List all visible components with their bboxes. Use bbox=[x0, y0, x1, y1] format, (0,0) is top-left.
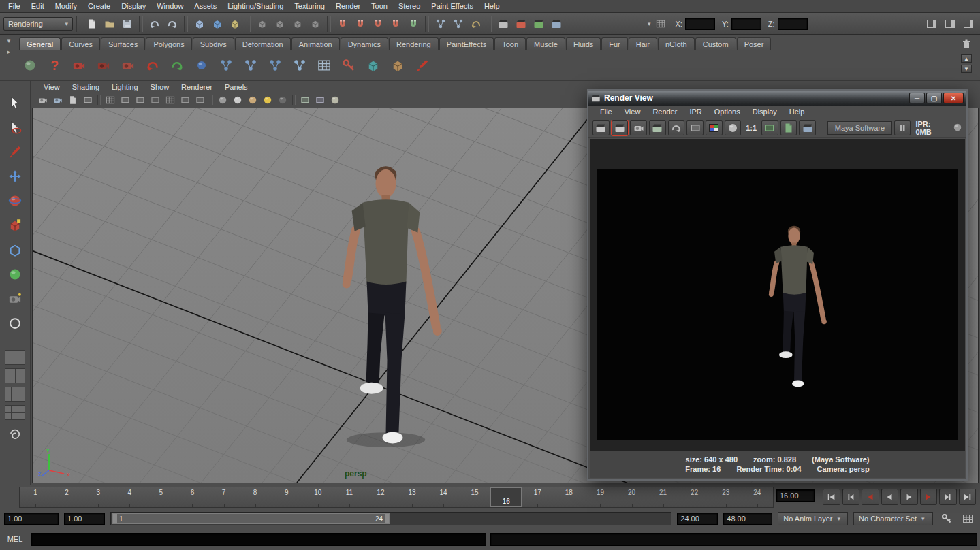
menu-set-selector[interactable]: Rendering ▾ bbox=[3, 17, 73, 31]
command-line-input[interactable] bbox=[31, 533, 486, 546]
panel-menu-item[interactable]: Renderer bbox=[175, 82, 219, 92]
minimize-button[interactable]: ─ bbox=[909, 93, 925, 103]
shelf-scroll-up-icon[interactable]: ▲ bbox=[961, 54, 972, 63]
soft-mod-tool-icon[interactable] bbox=[3, 263, 27, 285]
status-divider[interactable] bbox=[139, 16, 143, 32]
range-end-handle[interactable] bbox=[385, 514, 389, 523]
layout-single-pane-icon[interactable] bbox=[5, 350, 25, 365]
toggle-tool-settings-icon[interactable] bbox=[942, 16, 958, 32]
status-divider[interactable] bbox=[184, 16, 188, 32]
menu-item[interactable]: Help bbox=[479, 1, 505, 12]
safe-action-icon[interactable] bbox=[178, 94, 192, 106]
open-render-settings-icon[interactable] bbox=[799, 120, 816, 135]
shelf-batch-render-icon[interactable] bbox=[68, 54, 90, 76]
shelf-tab[interactable]: Curves bbox=[61, 37, 100, 50]
pause-ipr-icon[interactable] bbox=[894, 120, 911, 135]
save-scene-icon[interactable] bbox=[119, 16, 136, 32]
shelf-set-driven-key-icon[interactable] bbox=[338, 54, 360, 76]
shelf-tab[interactable]: Dynamics bbox=[341, 37, 388, 50]
shelf-tab[interactable]: Surfaces bbox=[101, 37, 145, 50]
select-tool-icon[interactable] bbox=[3, 92, 27, 113]
menu-item[interactable]: Render bbox=[330, 1, 366, 12]
real-size-ratio-label[interactable]: 1:1 bbox=[743, 124, 759, 132]
shelf-tab[interactable]: Muscle bbox=[526, 37, 565, 50]
shelf-show-batch-render-icon[interactable] bbox=[117, 54, 139, 76]
snap-to-curve-icon[interactable] bbox=[352, 16, 368, 32]
shelf-graph-node-icon[interactable] bbox=[289, 54, 311, 76]
panel-menu-item[interactable]: Panels bbox=[219, 82, 254, 92]
renderer-dropdown[interactable]: Maya Software bbox=[827, 121, 892, 135]
refresh-ipr-icon[interactable] bbox=[668, 120, 685, 135]
shelf-render-globe-icon[interactable] bbox=[19, 54, 41, 76]
timeline-ruler[interactable]: 123456789101112131415161718192021222324 … bbox=[19, 487, 774, 508]
rendered-image[interactable] bbox=[597, 169, 958, 440]
timeline-current-frame-marker[interactable]: 16 bbox=[490, 487, 522, 507]
redo-previous-render-icon[interactable] bbox=[612, 120, 629, 135]
panel-menu-item[interactable]: Show bbox=[144, 82, 176, 92]
make-live-icon[interactable] bbox=[405, 16, 422, 32]
command-results-field[interactable] bbox=[490, 533, 977, 546]
field-chart-icon[interactable] bbox=[163, 94, 177, 106]
toggle-channel-box-icon[interactable] bbox=[960, 16, 977, 32]
shelf-scroll-down-icon[interactable]: ▼ bbox=[961, 65, 972, 73]
x-coord-input[interactable] bbox=[685, 18, 715, 30]
select-lines-mask-icon[interactable] bbox=[272, 16, 288, 32]
playback-range-bar[interactable]: 1 24 bbox=[112, 513, 390, 524]
layout-persp-outliner-icon[interactable] bbox=[5, 405, 25, 420]
render-view-menu-item[interactable]: File bbox=[594, 107, 618, 116]
select-object-icon[interactable] bbox=[209, 16, 225, 32]
playback-range-slider[interactable]: 1 24 bbox=[110, 512, 671, 525]
select-component-icon[interactable] bbox=[227, 16, 243, 32]
shelf-tab[interactable]: Poser bbox=[737, 37, 772, 50]
shelf-tab[interactable]: Deformation bbox=[235, 37, 291, 50]
shelf-redo-previous-render-icon[interactable] bbox=[142, 54, 163, 76]
render-current-frame-icon[interactable] bbox=[513, 16, 529, 32]
menu-item[interactable]: Window bbox=[151, 1, 189, 12]
select-hulls-mask-icon[interactable] bbox=[307, 16, 323, 32]
shelf-connect-node-icon[interactable] bbox=[264, 54, 286, 76]
select-points-mask-icon[interactable] bbox=[254, 16, 270, 32]
anim-layer-dropdown[interactable]: No Anim Layer ▾ bbox=[778, 512, 848, 525]
render-settings-icon[interactable] bbox=[548, 16, 565, 32]
panel-menu-item[interactable]: View bbox=[37, 82, 66, 92]
shelf-tab[interactable]: Subdivs bbox=[193, 37, 234, 50]
shelf-tab[interactable]: Fluids bbox=[566, 37, 601, 50]
open-scene-icon[interactable] bbox=[101, 16, 118, 32]
auto-keyframe-toggle-icon[interactable] bbox=[938, 511, 955, 527]
status-divider[interactable] bbox=[488, 16, 492, 32]
shelf-uv-texture-editor-icon[interactable] bbox=[313, 54, 335, 76]
construction-history-toggle-icon[interactable] bbox=[468, 16, 484, 32]
render-button-icon[interactable] bbox=[592, 120, 610, 135]
character-set-dropdown[interactable]: No Character Set ▾ bbox=[853, 512, 933, 525]
camera-attributes-icon[interactable] bbox=[51, 94, 65, 106]
exposure-icon[interactable] bbox=[328, 94, 342, 106]
close-button[interactable]: ✕ bbox=[943, 93, 964, 103]
character-model[interactable] bbox=[343, 166, 442, 443]
go-to-start-button[interactable] bbox=[823, 489, 840, 505]
animation-preferences-icon[interactable] bbox=[960, 511, 976, 527]
select-faces-mask-icon[interactable] bbox=[289, 16, 306, 32]
smooth-shade-icon[interactable] bbox=[231, 94, 244, 106]
new-scene-icon[interactable] bbox=[84, 16, 100, 32]
current-time-input[interactable] bbox=[776, 489, 815, 502]
trash-icon[interactable] bbox=[958, 36, 975, 52]
use-all-lights-icon[interactable] bbox=[261, 94, 274, 106]
camera-bookmark-icon[interactable] bbox=[66, 94, 80, 106]
shelf-tab[interactable]: PaintEffects bbox=[439, 37, 494, 50]
snap-to-plane-icon[interactable] bbox=[388, 16, 404, 32]
shelf-tab[interactable]: Fur bbox=[601, 37, 628, 50]
animation-start-input[interactable] bbox=[4, 513, 59, 525]
move-tool-icon[interactable] bbox=[3, 165, 27, 187]
menu-item[interactable]: Texturing bbox=[289, 1, 330, 12]
play-backwards-button[interactable] bbox=[881, 489, 899, 505]
shelf-help-icon[interactable]: ? bbox=[44, 54, 65, 76]
select-hierarchy-icon[interactable] bbox=[191, 16, 208, 32]
output-connections-icon[interactable] bbox=[450, 16, 467, 32]
shelf-tab[interactable]: General bbox=[19, 37, 61, 50]
shelf-tab[interactable]: nCloth bbox=[658, 37, 695, 50]
wireframe-display-icon[interactable] bbox=[216, 94, 230, 106]
shelf-menu-icon[interactable]: ▸ bbox=[7, 48, 11, 55]
step-back-key-button[interactable] bbox=[862, 489, 879, 505]
render-view-menu-item[interactable]: Render bbox=[646, 107, 683, 116]
last-tool-icon[interactable] bbox=[3, 312, 27, 334]
